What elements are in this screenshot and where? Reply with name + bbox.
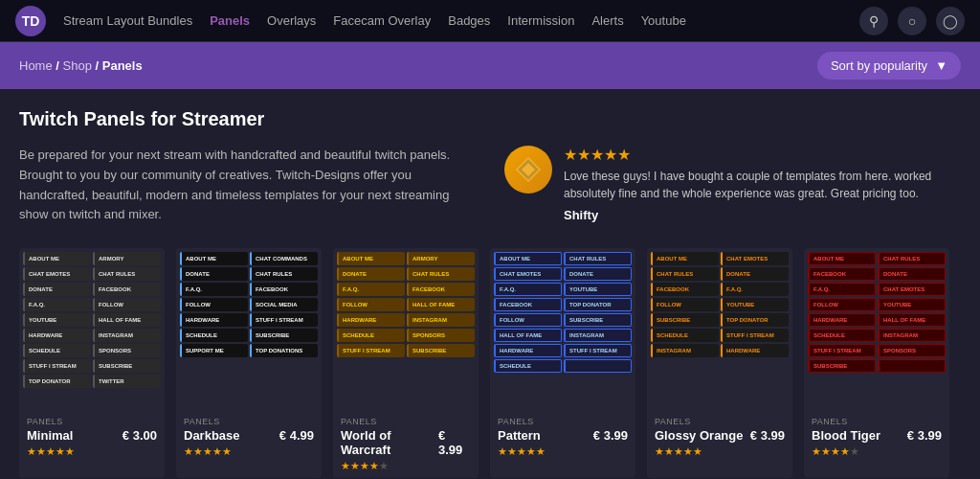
product-info: PANELS World of Warcraft € 3.99 ★★★★★ — [333, 409, 479, 478]
product-name: Minimal — [27, 428, 73, 443]
product-stars: ★★★★★ — [498, 445, 628, 458]
product-stars: ★★★★★ — [655, 445, 785, 458]
sort-label: Sort by popularity — [831, 58, 927, 73]
product-name: Glossy Orange — [655, 428, 743, 443]
product-price: € 3.99 — [438, 428, 471, 457]
product-price: € 3.00 — [122, 428, 157, 443]
product-label: PANELS — [27, 417, 157, 426]
main-content: Twitch Panels for Streamer Be prepared f… — [0, 89, 980, 479]
navbar-link[interactable]: Stream Layout Bundles — [63, 13, 192, 28]
product-label: PANELS — [341, 417, 471, 426]
navbar: TD Stream Layout BundlesPanelsOverlaysFa… — [0, 0, 980, 42]
product-card[interactable]: ABOUT MECHAT RULESFACEBOOKFOLLOWSUBSCRIB… — [647, 248, 792, 478]
product-price: € 3.99 — [907, 428, 942, 443]
product-image: ABOUT MEFACEBOOKF.A.Q.FOLLOWHARDWARESCHE… — [804, 248, 949, 409]
breadcrumb-shop[interactable]: Shop — [63, 58, 92, 73]
page-title: Twitch Panels for Streamer — [19, 108, 961, 130]
product-name: World of Warcraft — [341, 428, 438, 457]
account-button[interactable]: ◯ — [936, 7, 965, 35]
product-stars: ★★★★★ — [341, 460, 471, 472]
product-name: Darkbase — [184, 428, 240, 443]
review-author: Shifty — [564, 208, 961, 222]
product-price: € 3.99 — [593, 428, 628, 443]
breadcrumb-current: Panels — [102, 58, 143, 73]
review-avatar — [504, 146, 552, 194]
product-image: ABOUT MEDONATEF.A.Q.FOLLOWHARDWARESCHEDU… — [176, 248, 322, 409]
product-image: ABOUT MEDONATEF.A.Q.FOLLOWHARDWARESCHEDU… — [333, 248, 479, 409]
product-label: PANELS — [812, 417, 942, 426]
chevron-down-icon: ▼ — [935, 58, 947, 73]
product-card[interactable]: ABOUT MEDONATEF.A.Q.FOLLOWHARDWARESCHEDU… — [333, 248, 479, 478]
product-card[interactable]: ABOUT MEDONATEF.A.Q.FOLLOWHARDWARESCHEDU… — [176, 248, 322, 478]
navbar-link[interactable]: Facecam Overlay — [333, 13, 431, 28]
product-image: ABOUT MECHAT EMOTESDONATEF.A.Q.YOUTUBEHA… — [19, 248, 165, 409]
navbar-link[interactable]: Badges — [448, 13, 490, 28]
search-button[interactable]: ⚲ — [859, 7, 888, 35]
navbar-link[interactable]: Youtube — [641, 13, 686, 28]
product-card[interactable]: ABOUT MEFACEBOOKF.A.Q.FOLLOWHARDWARESCHE… — [804, 248, 949, 478]
review-text: Love these guys! I have bought a couple … — [564, 168, 961, 202]
product-name: Blood Tiger — [812, 428, 880, 443]
navbar-icons: ⚲ ○ ◯ — [859, 7, 965, 35]
product-card[interactable]: ABOUT MECHAT EMOTESF.A.Q.FACEBOOKFOLLOWH… — [490, 248, 635, 478]
breadcrumb-home[interactable]: Home — [19, 58, 53, 73]
product-label: PANELS — [498, 417, 628, 426]
navbar-link[interactable]: Panels — [210, 13, 250, 28]
product-label: PANELS — [655, 417, 785, 426]
intro-text: Be prepared for your next stream with ha… — [19, 146, 476, 225]
product-info: PANELS Glossy Orange € 3.99 ★★★★★ — [647, 409, 792, 464]
product-image: ABOUT MECHAT RULESFACEBOOKFOLLOWSUBSCRIB… — [647, 248, 792, 409]
product-info: PANELS Blood Tiger € 3.99 ★★★★★ — [804, 409, 949, 464]
product-image: ABOUT MECHAT EMOTESF.A.Q.FACEBOOKFOLLOWH… — [490, 248, 635, 409]
product-stars: ★★★★★ — [812, 445, 942, 458]
review-content: ★★★★★ Love these guys! I have bought a c… — [564, 146, 961, 222]
product-stars: ★★★★★ — [184, 445, 314, 458]
breadcrumb: Home / Shop / Panels — [19, 58, 143, 73]
products-grid: ABOUT MECHAT EMOTESDONATEF.A.Q.YOUTUBEHA… — [19, 248, 961, 478]
navbar-link[interactable]: Overlays — [267, 13, 316, 28]
product-info: PANELS Darkbase € 4.99 ★★★★★ — [176, 409, 322, 464]
review-stars: ★★★★★ — [564, 146, 961, 164]
product-info: PANELS Minimal € 3.00 ★★★★★ — [19, 409, 165, 464]
navbar-link[interactable]: Intermission — [507, 13, 574, 28]
navbar-link[interactable]: Alerts — [591, 13, 623, 28]
cart-button[interactable]: ○ — [898, 7, 926, 35]
review-card: ★★★★★ Love these guys! I have bought a c… — [504, 146, 961, 225]
product-stars: ★★★★★ — [27, 445, 157, 458]
navbar-links: Stream Layout BundlesPanelsOverlaysFacec… — [63, 13, 859, 28]
product-price: € 3.99 — [750, 428, 785, 443]
product-label: PANELS — [184, 417, 314, 426]
breadcrumb-bar: Home / Shop / Panels Sort by popularity … — [0, 42, 980, 89]
product-price: € 4.99 — [279, 428, 314, 443]
product-info: PANELS Pattern € 3.99 ★★★★★ — [490, 409, 635, 464]
intro-section: Be prepared for your next stream with ha… — [19, 146, 961, 225]
site-logo[interactable]: TD — [15, 6, 46, 36]
sort-dropdown[interactable]: Sort by popularity ▼ — [817, 52, 961, 80]
product-name: Pattern — [498, 428, 541, 443]
product-card[interactable]: ABOUT MECHAT EMOTESDONATEF.A.Q.YOUTUBEHA… — [19, 248, 165, 478]
